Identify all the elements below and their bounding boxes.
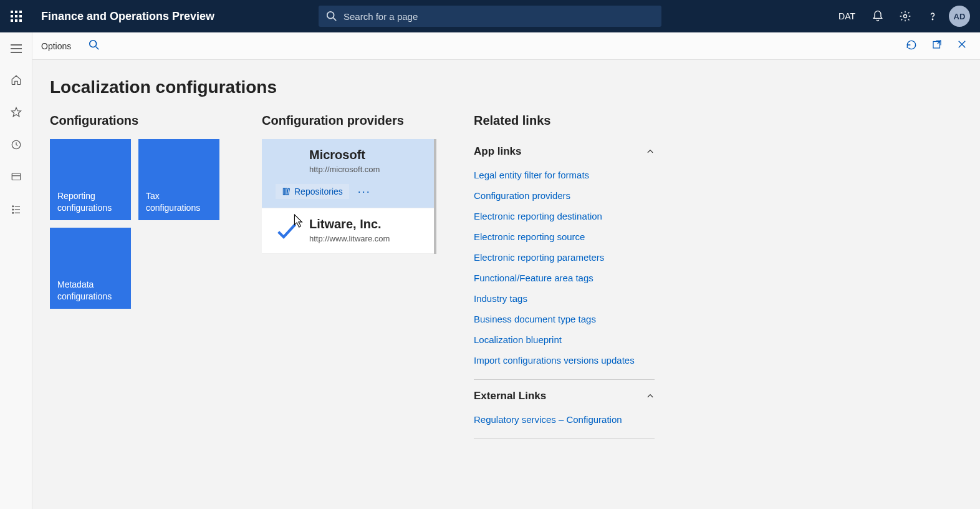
app-links-label: App links [474, 145, 522, 158]
link-er-source[interactable]: Electronic reporting source [474, 226, 655, 247]
provider-url: http://www.litware.com [309, 234, 390, 243]
link-industry-tags[interactable]: Industry tags [474, 288, 655, 309]
search-icon [326, 11, 337, 22]
link-business-doc-tags[interactable]: Business document type tags [474, 309, 655, 329]
svg-point-9 [327, 12, 334, 19]
repositories-icon [282, 187, 291, 196]
configurations-section: Configurations Reporting configurations … [50, 114, 224, 309]
svg-rect-1 [15, 11, 17, 13]
related-links-title: Related links [474, 114, 655, 128]
link-er-destination[interactable]: Electronic reporting destination [474, 206, 655, 226]
svg-rect-0 [11, 11, 13, 13]
left-rail [0, 32, 32, 509]
providers-title: Configuration providers [262, 114, 436, 128]
waffle-icon[interactable] [0, 0, 32, 32]
providers-section: Configuration providers Microsoft http:/… [262, 114, 436, 254]
content-area: Localization configurations Configuratio… [32, 60, 980, 509]
svg-line-29 [938, 41, 941, 44]
repositories-label: Repositories [294, 187, 343, 196]
related-links-section: Related links App links Legal entity fil… [474, 114, 655, 443]
tile-tax[interactable]: Tax configurations [138, 139, 219, 220]
svg-rect-34 [287, 188, 289, 195]
command-bar: Options [32, 32, 980, 60]
svg-point-24 [12, 212, 13, 213]
link-import-configs[interactable]: Import configurations versions updates [474, 350, 655, 371]
svg-point-20 [12, 206, 13, 207]
link-er-parameters[interactable]: Electronic reporting parameters [474, 247, 655, 268]
provider-name: Microsoft [309, 148, 380, 162]
svg-marker-16 [11, 108, 21, 117]
svg-rect-5 [19, 15, 22, 17]
tile-metadata[interactable]: Metadata configurations [50, 228, 131, 309]
provider-name: Litware, Inc. [309, 217, 390, 231]
svg-rect-18 [12, 173, 21, 180]
external-links-label: External Links [474, 390, 546, 402]
svg-point-11 [904, 15, 907, 18]
recent-icon[interactable] [4, 132, 29, 157]
svg-rect-4 [15, 15, 17, 17]
avatar[interactable]: AD [949, 6, 970, 27]
configurations-title: Configurations [50, 114, 224, 128]
modules-icon[interactable] [4, 197, 29, 222]
help-icon[interactable] [921, 5, 944, 27]
link-legal-entity-filter[interactable]: Legal entity filter for formats [474, 165, 655, 185]
page-search-icon[interactable] [89, 39, 100, 53]
link-functional-tags[interactable]: Functional/Feature area tags [474, 268, 655, 288]
chevron-up-icon [646, 147, 655, 156]
provider-card-microsoft[interactable]: Microsoft http://microsoft.com Repositor… [262, 139, 434, 208]
svg-point-22 [12, 209, 13, 210]
link-configuration-providers[interactable]: Configuration providers [474, 185, 655, 206]
svg-rect-3 [11, 15, 13, 17]
svg-rect-2 [19, 11, 22, 13]
link-regulatory-services[interactable]: Regulatory services – Configuration [474, 409, 655, 430]
chevron-up-icon [646, 392, 655, 400]
hamburger-icon[interactable] [4, 37, 29, 60]
workspace-icon[interactable] [4, 165, 29, 190]
star-icon[interactable] [4, 100, 29, 125]
svg-rect-32 [283, 188, 284, 195]
refresh-icon[interactable] [905, 39, 918, 54]
external-links-header[interactable]: External Links [474, 384, 655, 409]
top-navbar: Finance and Operations Preview Search fo… [0, 0, 980, 32]
more-icon[interactable]: ··· [358, 185, 371, 198]
bell-icon[interactable] [867, 5, 889, 27]
svg-rect-7 [15, 19, 17, 22]
provider-check-placeholder [273, 148, 300, 175]
svg-point-26 [90, 40, 97, 47]
close-icon[interactable] [956, 39, 968, 54]
provider-card-litware[interactable]: Litware, Inc. http://www.litware.com [262, 208, 434, 254]
tile-label: Reporting configurations [57, 190, 123, 214]
provider-url: http://microsoft.com [309, 165, 380, 174]
checkmark-icon [273, 217, 300, 245]
link-localization-blueprint[interactable]: Localization blueprint [474, 329, 655, 350]
svg-point-12 [932, 19, 933, 19]
tile-label: Metadata configurations [57, 279, 123, 303]
tile-label: Tax configurations [146, 190, 212, 214]
svg-rect-6 [11, 19, 13, 22]
search-placeholder: Search for a page [343, 11, 418, 22]
legal-entity[interactable]: DAT [838, 11, 855, 21]
divider [474, 379, 655, 380]
tile-reporting[interactable]: Reporting configurations [50, 139, 131, 220]
svg-rect-33 [286, 188, 287, 195]
page-title: Localization configurations [50, 77, 963, 97]
repositories-button[interactable]: Repositories [276, 184, 349, 199]
svg-line-27 [96, 46, 99, 49]
app-links-header[interactable]: App links [474, 139, 655, 165]
divider [474, 439, 655, 439]
svg-line-10 [334, 18, 337, 21]
app-title: Finance and Operations Preview [32, 10, 214, 23]
gear-icon[interactable] [894, 5, 916, 27]
home-icon[interactable] [4, 67, 29, 92]
global-search[interactable]: Search for a page [319, 6, 661, 27]
svg-rect-8 [19, 19, 22, 22]
options-button[interactable]: Options [41, 41, 71, 51]
popout-icon[interactable] [931, 39, 943, 54]
